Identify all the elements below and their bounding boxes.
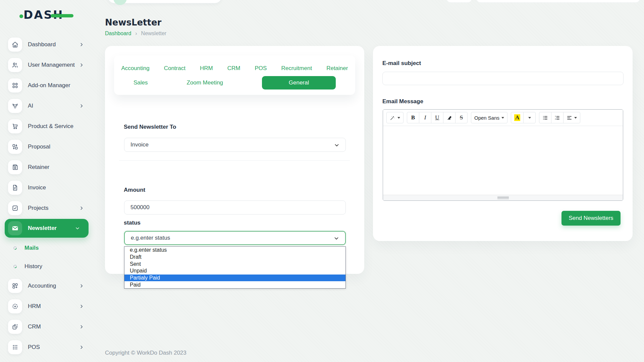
clear-format-button[interactable] xyxy=(443,112,455,123)
sidebar-item-product-service[interactable]: Product & Service xyxy=(0,116,94,136)
chevron-right-icon xyxy=(79,324,84,329)
status-value: e.g.enter status xyxy=(131,235,170,241)
bullet-ring-icon xyxy=(13,246,17,250)
amount-input[interactable] xyxy=(124,200,346,215)
status-option[interactable]: Sent xyxy=(124,260,345,267)
send-newsletters-button[interactable]: Send Newsletters xyxy=(561,211,621,226)
email-message-label: Email Message xyxy=(382,98,423,105)
sidebar-item-pos[interactable]: POS xyxy=(0,337,94,357)
breadcrumb-dashboard-link[interactable]: Dashboard xyxy=(105,31,131,37)
floppy-icon xyxy=(8,160,22,174)
brand-logo[interactable]: DASH xyxy=(23,7,63,22)
chevron-right-icon xyxy=(79,42,84,47)
chevron-down-icon xyxy=(334,236,339,241)
tab-pos[interactable]: POS xyxy=(255,65,267,72)
ai-icon xyxy=(8,99,22,113)
grid-icon xyxy=(8,78,22,93)
sidebar-subitem-history[interactable]: History xyxy=(0,257,94,276)
svg-text:2: 2 xyxy=(555,118,556,120)
tab-retainer[interactable]: Retainer xyxy=(326,65,348,72)
editor-content-area[interactable] xyxy=(383,126,623,195)
sidebar-item-label: AI xyxy=(28,103,33,109)
sidebar-item-invoice[interactable]: Invoice xyxy=(0,177,94,198)
document-icon xyxy=(8,181,22,195)
amount-label: Amount xyxy=(124,187,145,193)
sidebar-item-ai[interactable]: AI xyxy=(0,96,94,116)
form-divider xyxy=(119,160,350,161)
sidebar-item-label: User Management xyxy=(28,62,75,68)
breadcrumb-current: Newsletter xyxy=(141,31,167,37)
tab-accounting[interactable]: Accounting xyxy=(121,65,150,72)
editor-toolbar: B I U S Open Sans A 12 xyxy=(383,110,623,126)
tab-zoom-meeting[interactable]: Zoom Meeting xyxy=(186,79,223,86)
paragraph-align-dropdown[interactable] xyxy=(563,112,580,123)
tab-general-active[interactable]: General xyxy=(262,76,336,89)
send-to-value: Invoice xyxy=(130,141,149,148)
logo-dot xyxy=(19,14,23,18)
sidebar-item-label: Projects xyxy=(28,205,48,212)
chevron-right-icon xyxy=(79,304,84,309)
status-option[interactable]: Unpaid xyxy=(124,267,345,275)
sidebar-subitem-mails[interactable]: Mails xyxy=(0,239,94,257)
svg-text:1: 1 xyxy=(555,115,556,117)
strikethrough-button[interactable]: S xyxy=(455,112,468,123)
sidebar-item-label: Invoice xyxy=(28,184,46,191)
sidebar-item-addon-manager[interactable]: Add-on Manager xyxy=(0,75,94,96)
status-option[interactable]: Draft xyxy=(124,254,345,261)
dots-grid-icon xyxy=(8,340,22,354)
status-options-list: e.g.enter status Draft Sent Unpaid Parti… xyxy=(124,246,346,289)
chevron-right-icon xyxy=(79,104,84,108)
envelope-icon xyxy=(8,221,22,235)
tab-sales[interactable]: Sales xyxy=(133,79,148,86)
ordered-list-button[interactable]: 12 xyxy=(551,112,564,123)
underline-button[interactable]: U xyxy=(431,112,443,123)
sidebar-item-label: Accounting xyxy=(28,283,56,289)
breadcrumb-separator: › xyxy=(135,31,137,37)
editor-resize-bar[interactable] xyxy=(383,195,623,200)
italic-button[interactable]: I xyxy=(419,112,431,123)
email-subject-input[interactable] xyxy=(382,72,624,85)
sidebar-item-label: Dashboard xyxy=(28,41,56,48)
unordered-list-button[interactable] xyxy=(539,112,551,123)
logo-dash-bar xyxy=(51,14,73,17)
tab-recruitment[interactable]: Recruitment xyxy=(281,65,312,72)
font-family-dropdown[interactable]: Open Sans xyxy=(471,112,507,123)
caret-down-icon xyxy=(574,117,577,119)
sidebar-item-proposal[interactable]: Proposal xyxy=(0,136,94,157)
topbar-avatar-partial xyxy=(113,0,127,5)
tab-contract[interactable]: Contract xyxy=(164,65,185,72)
users-icon xyxy=(8,58,22,72)
status-option-highlighted[interactable]: Partialy Paid xyxy=(124,275,345,282)
rich-text-editor: B I U S Open Sans A 12 xyxy=(383,109,623,201)
target-dashed-icon xyxy=(8,299,22,313)
check-square-icon xyxy=(8,201,22,215)
font-color-button[interactable]: A xyxy=(511,112,524,123)
send-to-select[interactable]: Invoice xyxy=(124,138,346,152)
module-tabs: Accounting Contract HRM CRM POS Recruitm… xyxy=(114,55,355,95)
status-option[interactable]: e.g.enter status xyxy=(124,247,345,254)
sidebar-item-projects[interactable]: Projects xyxy=(0,198,94,218)
font-color-dropdown[interactable] xyxy=(523,112,536,123)
chevron-right-icon xyxy=(79,206,84,210)
topbar-bar-partial[interactable] xyxy=(476,0,640,3)
swap-boxes-icon xyxy=(8,140,22,154)
grid-plus-icon xyxy=(8,279,22,293)
tab-crm[interactable]: CRM xyxy=(227,65,240,72)
sidebar-item-newsletter[interactable]: Newsletter xyxy=(5,219,89,238)
sidebar-item-dashboard[interactable]: Dashboard xyxy=(0,34,94,55)
sidebar-item-retainer[interactable]: Retainer xyxy=(0,157,94,177)
sidebar-item-user-management[interactable]: User Management xyxy=(0,55,94,75)
sidebar-item-crm[interactable]: CRM xyxy=(0,316,94,337)
status-option[interactable]: Paid xyxy=(124,281,345,288)
status-select[interactable]: e.g.enter status xyxy=(124,231,346,245)
status-label: status xyxy=(124,220,141,226)
chevron-right-icon xyxy=(79,284,84,288)
sidebar-item-accounting[interactable]: Accounting xyxy=(0,276,94,296)
topbar-button-partial[interactable] xyxy=(446,0,472,3)
magic-style-button[interactable] xyxy=(386,112,404,123)
bold-button[interactable]: B xyxy=(407,112,419,123)
tab-hrm[interactable]: HRM xyxy=(200,65,213,72)
sidebar-item-hrm[interactable]: HRM xyxy=(0,296,94,316)
sidebar-item-label: Product & Service xyxy=(28,123,73,130)
topbar-search-partial[interactable] xyxy=(108,0,222,3)
